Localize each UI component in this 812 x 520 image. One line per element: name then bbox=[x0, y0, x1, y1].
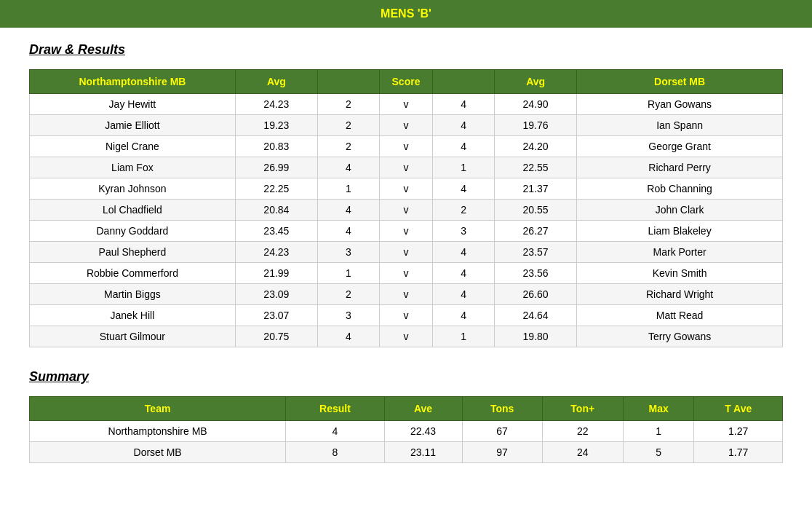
player-avg-left: 19.23 bbox=[235, 115, 317, 136]
score-left: 4 bbox=[317, 200, 379, 221]
header-northants: Northamptonshire MB bbox=[30, 70, 236, 94]
player-name-left: Martin Biggs bbox=[30, 284, 236, 305]
summary-header-result: Result bbox=[286, 397, 384, 421]
score-left: 1 bbox=[317, 263, 379, 284]
summary-header-ave: Ave bbox=[384, 397, 462, 421]
player-avg-left: 22.25 bbox=[235, 178, 317, 200]
player-avg-left: 26.99 bbox=[235, 157, 317, 178]
player-name-right: George Grant bbox=[577, 136, 783, 157]
player-name-right: Terry Gowans bbox=[577, 326, 783, 347]
score-left: 1 bbox=[317, 178, 379, 200]
player-avg-right: 19.76 bbox=[495, 115, 577, 136]
summary-tave: 1.27 bbox=[694, 421, 783, 442]
player-avg-right: 19.80 bbox=[495, 326, 577, 347]
header-score: Score bbox=[379, 70, 432, 94]
results-row: Janek Hill 23.07 3 v 4 24.64 Matt Read bbox=[30, 305, 783, 326]
player-avg-right: 24.90 bbox=[495, 94, 577, 115]
results-row: Liam Fox 26.99 4 v 1 22.55 Richard Perry bbox=[30, 157, 783, 178]
player-name-left: Danny Goddard bbox=[30, 221, 236, 242]
player-name-left: Jamie Elliott bbox=[30, 115, 236, 136]
player-avg-right: 24.64 bbox=[495, 305, 577, 326]
player-name-left: Jay Hewitt bbox=[30, 94, 236, 115]
banner-title: MENS 'B' bbox=[381, 7, 431, 20]
vs-separator: v bbox=[379, 263, 432, 284]
results-row: Kyran Johnson 22.25 1 v 4 21.37 Rob Chan… bbox=[30, 178, 783, 200]
vs-separator: v bbox=[379, 305, 432, 326]
player-avg-right: 26.60 bbox=[495, 284, 577, 305]
score-right: 1 bbox=[433, 157, 495, 178]
vs-separator: v bbox=[379, 242, 432, 263]
player-avg-left: 24.23 bbox=[235, 242, 317, 263]
results-row: Jamie Elliott 19.23 2 v 4 19.76 Ian Span… bbox=[30, 115, 783, 136]
player-avg-left: 23.09 bbox=[235, 284, 317, 305]
player-name-right: Rob Channing bbox=[577, 178, 783, 200]
results-row: Nigel Crane 20.83 2 v 4 24.20 George Gra… bbox=[30, 136, 783, 157]
player-avg-left: 20.84 bbox=[235, 200, 317, 221]
summary-header-tons: Tons bbox=[462, 397, 542, 421]
player-name-right: John Clark bbox=[577, 200, 783, 221]
summary-tonplus: 24 bbox=[542, 442, 623, 463]
summary-header-row: Team Result Ave Tons Ton+ Max T Ave bbox=[30, 397, 783, 421]
draw-results-title: Draw & Results bbox=[29, 42, 783, 58]
summary-tave: 1.77 bbox=[694, 442, 783, 463]
score-left: 2 bbox=[317, 94, 379, 115]
summary-tons: 97 bbox=[462, 442, 542, 463]
score-right: 4 bbox=[433, 305, 495, 326]
score-right: 4 bbox=[433, 242, 495, 263]
main-content: Draw & Results Northamptonshire MB Avg S… bbox=[0, 28, 812, 478]
score-right: 3 bbox=[433, 221, 495, 242]
player-name-right: Liam Blakeley bbox=[577, 221, 783, 242]
header-score-spacer-right bbox=[433, 70, 495, 94]
summary-ave: 23.11 bbox=[384, 442, 462, 463]
player-name-left: Robbie Commerford bbox=[30, 263, 236, 284]
vs-separator: v bbox=[379, 136, 432, 157]
score-left: 4 bbox=[317, 157, 379, 178]
summary-table: Team Result Ave Tons Ton+ Max T Ave Nort… bbox=[29, 396, 783, 463]
player-name-left: Lol Chadfield bbox=[30, 200, 236, 221]
score-right: 4 bbox=[433, 178, 495, 200]
summary-ave: 22.43 bbox=[384, 421, 462, 442]
player-avg-left: 20.75 bbox=[235, 326, 317, 347]
player-name-left: Kyran Johnson bbox=[30, 178, 236, 200]
vs-separator: v bbox=[379, 157, 432, 178]
player-name-right: Ryan Gowans bbox=[577, 94, 783, 115]
results-table: Northamptonshire MB Avg Score Avg Dorset… bbox=[29, 69, 783, 347]
player-name-left: Nigel Crane bbox=[30, 136, 236, 157]
vs-separator: v bbox=[379, 178, 432, 200]
results-row: Danny Goddard 23.45 4 v 3 26.27 Liam Bla… bbox=[30, 221, 783, 242]
player-avg-right: 23.57 bbox=[495, 242, 577, 263]
player-avg-left: 24.23 bbox=[235, 94, 317, 115]
score-left: 4 bbox=[317, 221, 379, 242]
header-dorset: Dorset MB bbox=[577, 70, 783, 94]
player-avg-right: 20.55 bbox=[495, 200, 577, 221]
score-right: 4 bbox=[433, 115, 495, 136]
results-row: Lol Chadfield 20.84 4 v 2 20.55 John Cla… bbox=[30, 200, 783, 221]
summary-row: Dorset MB 8 23.11 97 24 5 1.77 bbox=[30, 442, 783, 463]
summary-header-tonplus: Ton+ bbox=[542, 397, 623, 421]
score-left: 2 bbox=[317, 136, 379, 157]
summary-team: Dorset MB bbox=[30, 442, 286, 463]
score-right: 4 bbox=[433, 263, 495, 284]
top-banner: MENS 'B' bbox=[0, 0, 812, 28]
results-row: Paul Shepherd 24.23 3 v 4 23.57 Mark Por… bbox=[30, 242, 783, 263]
results-row: Martin Biggs 23.09 2 v 4 26.60 Richard W… bbox=[30, 284, 783, 305]
header-avg2: Avg bbox=[495, 70, 577, 94]
score-left: 3 bbox=[317, 305, 379, 326]
summary-max: 1 bbox=[623, 421, 694, 442]
player-avg-right: 26.27 bbox=[495, 221, 577, 242]
player-name-left: Stuart Gilmour bbox=[30, 326, 236, 347]
summary-tons: 67 bbox=[462, 421, 542, 442]
player-avg-left: 23.45 bbox=[235, 221, 317, 242]
results-row: Stuart Gilmour 20.75 4 v 1 19.80 Terry G… bbox=[30, 326, 783, 347]
results-row: Robbie Commerford 21.99 1 v 4 23.56 Kevi… bbox=[30, 263, 783, 284]
summary-tonplus: 22 bbox=[542, 421, 623, 442]
score-right: 2 bbox=[433, 200, 495, 221]
score-right: 4 bbox=[433, 136, 495, 157]
score-right: 1 bbox=[433, 326, 495, 347]
vs-separator: v bbox=[379, 284, 432, 305]
player-avg-left: 21.99 bbox=[235, 263, 317, 284]
results-table-header-row: Northamptonshire MB Avg Score Avg Dorset… bbox=[30, 70, 783, 94]
results-row: Jay Hewitt 24.23 2 v 4 24.90 Ryan Gowans bbox=[30, 94, 783, 115]
player-name-left: Paul Shepherd bbox=[30, 242, 236, 263]
player-avg-left: 20.83 bbox=[235, 136, 317, 157]
